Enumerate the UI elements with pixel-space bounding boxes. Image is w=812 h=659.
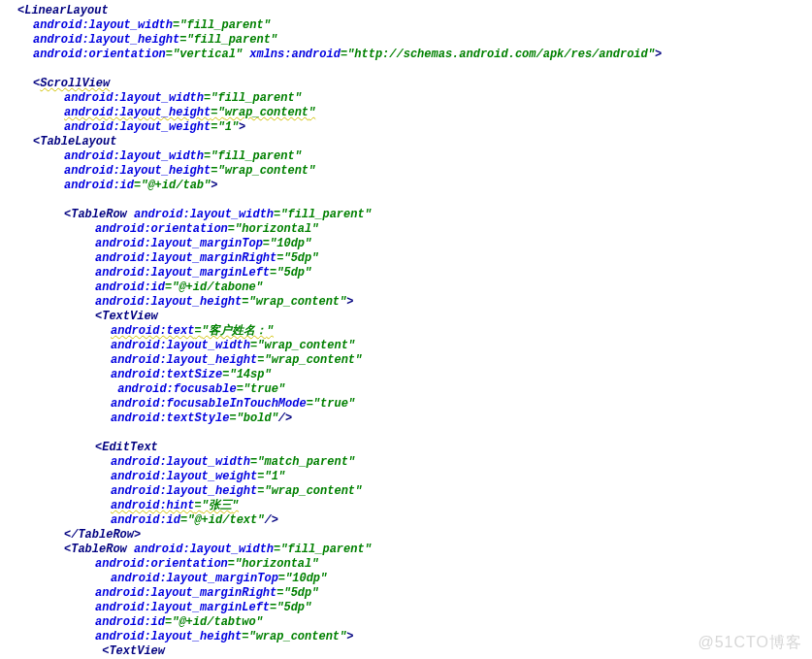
line: android:layout_marginLeft="5dp" <box>17 601 812 615</box>
line: android:layout_height="wrap_content" <box>17 164 812 179</box>
line: <ScrollView <box>17 77 812 91</box>
line: android:layout_height="wrap_content" <box>17 106 812 120</box>
line: android:layout_weight="1" <box>17 470 812 484</box>
line: <TableLayout <box>17 135 812 149</box>
line: android:layout_marginTop="10dp" <box>17 572 812 586</box>
line: android:orientation="vertical" xmlns:and… <box>17 48 812 62</box>
line: android:orientation="horizontal" <box>17 222 812 237</box>
line: android:text="客户姓名：" <box>17 324 812 339</box>
line: android:layout_height="wrap_content"> <box>17 630 812 644</box>
line: android:textSize="14sp" <box>17 368 812 382</box>
line: android:orientation="horizontal" <box>17 557 812 572</box>
line: <TextView <box>17 644 812 659</box>
line: android:layout_width="fill_parent" <box>17 91 812 106</box>
line: android:layout_marginTop="10dp" <box>17 237 812 251</box>
line: android:layout_height="wrap_content" <box>17 353 812 368</box>
line: android:id="@+id/tabtwo" <box>17 615 812 630</box>
line: android:textStyle="bold"/> <box>17 412 812 426</box>
line: android:layout_marginRight="5dp" <box>17 251 812 266</box>
line: android:id="@+id/tabone" <box>17 280 812 295</box>
line: android:layout_width="fill_parent" <box>17 149 812 164</box>
line: android:layout_width="wrap_content" <box>17 339 812 353</box>
line: android:hint="张三" <box>17 499 812 513</box>
code-block: <LinearLayout android:layout_width="fill… <box>0 0 812 659</box>
line: android:focusable="true" <box>17 382 812 397</box>
watermark: @51CTO博客 <box>698 633 802 653</box>
line: <EditText <box>17 441 812 455</box>
line: android:id="@+id/text"/> <box>17 513 812 528</box>
line: android:layout_height="wrap_content" <box>17 484 812 499</box>
line: android:layout_width="match_parent" <box>17 455 812 470</box>
line: <TableRow android:layout_width="fill_par… <box>17 208 812 222</box>
line: android:id="@+id/tab"> <box>17 179 812 193</box>
line: android:layout_width="fill_parent" <box>17 18 812 33</box>
line: android:layout_marginRight="5dp" <box>17 586 812 601</box>
line: <TableRow android:layout_width="fill_par… <box>17 543 812 557</box>
line: android:layout_marginLeft="5dp" <box>17 266 812 280</box>
line: android:focusableInTouchMode="true" <box>17 397 812 412</box>
line: android:layout_height="wrap_content"> <box>17 295 812 310</box>
line: </TableRow> <box>17 528 812 543</box>
line: <TextView <box>17 310 812 324</box>
line: <LinearLayout <box>17 4 812 18</box>
line: android:layout_weight="1"> <box>17 120 812 135</box>
line: android:layout_height="fill_parent" <box>17 33 812 48</box>
